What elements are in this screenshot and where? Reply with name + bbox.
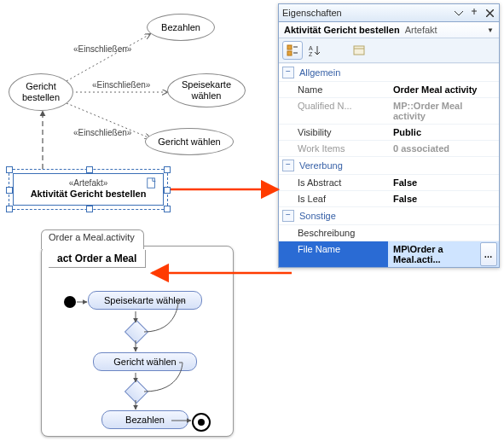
activity-final-node[interactable]: [192, 413, 211, 432]
svg-rect-14: [287, 51, 292, 55]
properties-title: Eigenschaften: [282, 8, 449, 18]
svg-rect-13: [287, 45, 292, 49]
document-icon: [146, 177, 158, 189]
chevron-down-icon[interactable]: ▼: [487, 26, 494, 34]
activity-node-1[interactable]: Speisekarte wählen: [88, 291, 202, 310]
row-leaf-key: Is Leaf: [279, 191, 388, 206]
category-inherit-label: Vererbung: [299, 160, 343, 171]
categorized-view-button[interactable]: [282, 41, 303, 60]
row-qualified-name: Qualified N... MP::Order Meal activity: [279, 97, 499, 124]
svg-text:A: A: [309, 45, 313, 51]
activity-decision-1[interactable]: [125, 320, 148, 344]
row-description[interactable]: Beschreibung: [279, 224, 499, 241]
usecase-gericht[interactable]: Gericht wählen: [145, 128, 234, 155]
activity-node-2[interactable]: Gericht wählen: [93, 352, 197, 371]
row-file-value[interactable]: MP\Order a Meal.acti...: [388, 241, 480, 267]
svg-rect-4: [148, 178, 155, 188]
usecase-speisekarte-label: Speisekarte wählen: [182, 79, 231, 101]
collapse-icon[interactable]: −: [282, 67, 294, 78]
property-pages-button[interactable]: [349, 41, 369, 60]
row-vis-value[interactable]: Public: [388, 125, 499, 140]
category-general[interactable]: − Allgemein: [279, 63, 499, 81]
browse-button[interactable]: …: [480, 242, 497, 266]
row-abs-key: Is Abstract: [279, 175, 388, 190]
activity-file-tab[interactable]: Order a Meal.activity: [41, 229, 144, 249]
row-file-key: File Name: [279, 241, 388, 267]
svg-text:Z: Z: [309, 51, 313, 56]
usecase-speisekarte[interactable]: Speisekarte wählen: [167, 73, 246, 107]
row-qname-key: Qualified N...: [279, 98, 388, 124]
usecase-bezahlen[interactable]: Bezahlen: [147, 14, 215, 41]
properties-subject[interactable]: Aktivität Gericht bestellen Artefakt ▼: [279, 22, 499, 38]
artifact-name: Aktivität Gericht bestellen: [31, 189, 147, 200]
collapse-icon[interactable]: −: [282, 160, 294, 171]
properties-toolbar: A Z: [279, 38, 499, 63]
properties-selection-type: Artefakt: [405, 25, 437, 35]
artifact-stereotype: «Artefakt»: [69, 178, 108, 189]
properties-window: Eigenschaften Aktivität Gericht bestelle…: [278, 3, 500, 268]
row-name[interactable]: Name Order Meal activity: [279, 81, 499, 97]
usecase-gericht-label: Gericht wählen: [158, 136, 220, 148]
category-inherit[interactable]: − Vererbung: [279, 156, 499, 174]
row-qname-value: MP::Order Meal activity: [388, 98, 499, 124]
usecase-bezahlen-label: Bezahlen: [161, 22, 200, 33]
row-desc-value[interactable]: [388, 225, 499, 241]
activity-node-2-label: Gericht wählen: [113, 357, 176, 367]
include-label-1: «Einschließen»: [73, 44, 131, 54]
activity-node-1-label: Speisekarte wählen: [104, 295, 186, 305]
row-file-name[interactable]: File Name MP\Order a Meal.acti... …: [279, 241, 499, 267]
row-is-abstract[interactable]: Is Abstract False: [279, 174, 499, 190]
usecase-main[interactable]: Gericht bestellen: [9, 73, 73, 111]
properties-selection-name: Aktivität Gericht bestellen: [284, 25, 400, 35]
category-general-label: Allgemein: [299, 67, 340, 78]
activity-node-3-label: Bezahlen: [125, 415, 165, 425]
row-vis-key: Visibility: [279, 125, 388, 140]
row-work-value: 0 associated: [388, 141, 499, 156]
category-other[interactable]: − Sonstige: [279, 206, 499, 224]
row-desc-key: Beschreibung: [279, 225, 388, 241]
alphabetical-view-button[interactable]: A Z: [304, 41, 325, 60]
row-name-value[interactable]: Order Meal activity: [388, 82, 499, 97]
collapse-icon[interactable]: −: [282, 210, 294, 222]
activity-node-3[interactable]: Bezahlen: [101, 410, 188, 429]
category-other-label: Sonstige: [299, 211, 336, 221]
activity-heading: act Order a Meal: [49, 250, 146, 268]
row-abs-value[interactable]: False: [388, 175, 499, 190]
row-name-key: Name: [279, 82, 388, 97]
properties-titlebar[interactable]: Eigenschaften: [279, 4, 499, 22]
include-label-3: «Einschließen»: [73, 128, 131, 137]
row-leaf-value[interactable]: False: [388, 191, 499, 206]
pin-icon[interactable]: [468, 7, 480, 19]
include-label-2: «Einschließen»: [92, 80, 150, 90]
usecase-main-label: Gericht bestellen: [22, 81, 60, 102]
activity-decision-2[interactable]: [125, 380, 148, 403]
row-visibility[interactable]: Visibility Public: [279, 124, 499, 140]
svg-rect-19: [354, 46, 364, 55]
svg-line-0: [67, 34, 150, 81]
row-work-key: Work Items: [279, 141, 388, 156]
activity-file-tab-label: Order a Meal.activity: [49, 232, 135, 242]
row-work-items: Work Items 0 associated: [279, 140, 499, 156]
artifact-selected[interactable]: «Artefakt» Aktivität Gericht bestellen: [9, 169, 168, 210]
row-is-leaf[interactable]: Is Leaf False: [279, 190, 499, 206]
window-menu-icon[interactable]: [453, 7, 465, 19]
activity-frame[interactable]: Order a Meal.activity act Order a Meal S…: [41, 246, 234, 437]
close-icon[interactable]: [484, 7, 495, 19]
activity-initial-node[interactable]: [64, 296, 76, 308]
